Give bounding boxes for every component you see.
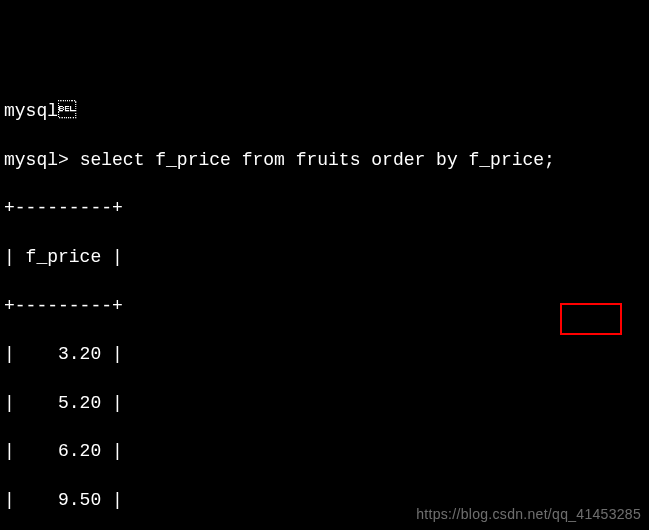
- csdn-watermark: https://blog.csdn.net/qq_41453285: [416, 505, 641, 524]
- table-row: | 6.20 |: [4, 439, 645, 463]
- terminal-query-line-1: mysql> select f_price from fruits order …: [4, 148, 645, 172]
- table-header: | f_price |: [4, 245, 645, 269]
- table-row: | 3.20 |: [4, 342, 645, 366]
- sql-query: select f_price from fruits order by f_pr…: [80, 150, 555, 170]
- table-row: | 5.20 |: [4, 391, 645, 415]
- table-border: +---------+: [4, 196, 645, 220]
- table-border: +---------+: [4, 294, 645, 318]
- terminal-partial-line: mysql: [4, 99, 645, 123]
- mysql-prompt: mysql>: [4, 150, 80, 170]
- prompt-fragment: mysql: [4, 101, 76, 121]
